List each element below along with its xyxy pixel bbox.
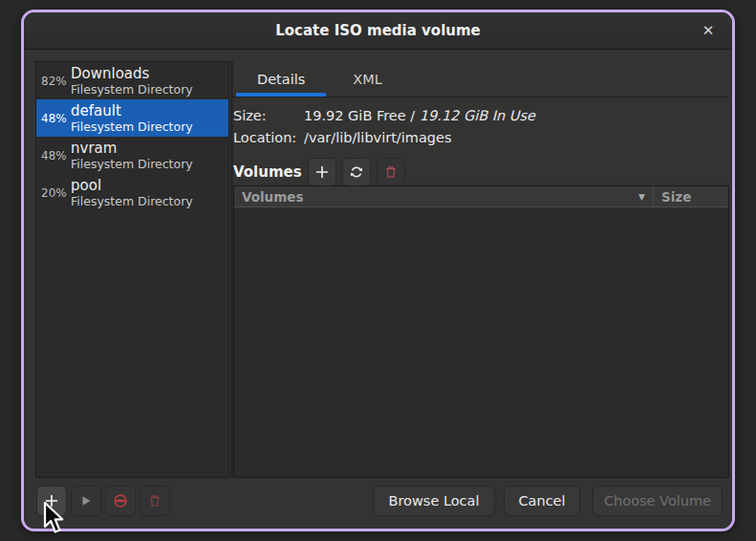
pool-meta: pool Filesystem Directory xyxy=(71,177,193,208)
volumes-table-body xyxy=(234,207,728,477)
dialog-content: 82% Downloads Filesystem Directory 48% d… xyxy=(24,51,732,529)
pool-meta: Downloads Filesystem Directory xyxy=(71,65,193,97)
choose-volume-button[interactable]: Choose Volume xyxy=(593,486,723,516)
plus-icon xyxy=(314,164,330,180)
pool-name: pool xyxy=(71,177,193,194)
volumes-section-label: Volumes xyxy=(233,163,308,181)
pool-details-pane: Details XML Size: 19.92 GiB Free / 19.12… xyxy=(233,61,729,478)
pool-meta: nvram Filesystem Directory xyxy=(71,140,193,171)
titlebar[interactable]: Locate ISO media volume ✕ xyxy=(24,12,732,50)
stop-pool-button[interactable] xyxy=(105,486,136,516)
refresh-volumes-button[interactable] xyxy=(342,158,371,186)
size-in-use-value: 19.12 GiB In Use xyxy=(420,105,535,127)
storage-pool-list: 82% Downloads Filesystem Directory 48% d… xyxy=(35,61,229,478)
play-icon xyxy=(79,494,93,508)
dialog-title: Locate ISO media volume xyxy=(275,22,481,39)
pool-type: Filesystem Directory xyxy=(71,194,193,208)
delete-pool-button[interactable] xyxy=(140,486,170,516)
volumes-toolbar: Volumes xyxy=(233,158,729,186)
trash-icon xyxy=(147,493,162,509)
pool-type: Filesystem Directory xyxy=(71,82,193,97)
stop-circle-icon xyxy=(113,493,128,509)
close-button[interactable]: ✕ xyxy=(697,19,720,42)
pool-usage-percent: 48% xyxy=(41,112,71,125)
column-header-volumes[interactable]: Volumes ▼ xyxy=(234,186,654,206)
size-column-label: Size xyxy=(661,189,691,205)
column-header-size[interactable]: Size xyxy=(654,186,728,206)
tabstrip: Details XML xyxy=(233,61,729,97)
size-label: Size: xyxy=(233,105,304,127)
tab-xml-label: XML xyxy=(353,72,382,87)
trash-icon xyxy=(383,164,399,180)
tab-details-label: Details xyxy=(257,72,305,87)
pool-row-default[interactable]: 48% default Filesystem Directory xyxy=(36,99,228,137)
cancel-button[interactable]: Cancel xyxy=(504,486,580,516)
desktop-background: { "window": { "title": "Locate ISO media… xyxy=(0,0,756,541)
pool-type: Filesystem Directory xyxy=(71,157,193,171)
cancel-label: Cancel xyxy=(518,493,565,509)
location-value: /var/lib/libvirt/images xyxy=(304,127,451,149)
refresh-icon xyxy=(349,164,364,180)
size-row: Size: 19.92 GiB Free / 19.12 GiB In Use xyxy=(233,105,729,127)
size-free-value: 19.92 GiB Free / xyxy=(304,105,420,127)
pool-usage-percent: 20% xyxy=(41,186,71,200)
pool-meta: default Filesystem Directory xyxy=(71,102,193,134)
delete-volume-button[interactable] xyxy=(377,158,405,186)
pool-row-nvram[interactable]: 48% nvram Filesystem Directory xyxy=(36,137,228,174)
pool-name: Downloads xyxy=(71,65,193,82)
locate-iso-dialog: Locate ISO media volume ✕ 82% Downloads … xyxy=(21,10,735,531)
pool-name: default xyxy=(71,102,193,119)
location-row: Location: /var/lib/libvirt/images xyxy=(233,127,729,149)
pool-usage-percent: 48% xyxy=(41,149,71,162)
location-label: Location: xyxy=(233,127,304,149)
tab-xml[interactable]: XML xyxy=(329,61,406,97)
detail-rows: Size: 19.92 GiB Free / 19.12 GiB In Use … xyxy=(233,105,729,149)
volumes-table-header: Volumes ▼ Size xyxy=(234,186,728,207)
volumes-column-label: Volumes xyxy=(242,189,303,205)
pool-type: Filesystem Directory xyxy=(71,119,193,134)
pool-row-downloads[interactable]: 82% Downloads Filesystem Directory xyxy=(36,62,228,99)
pool-name: nvram xyxy=(71,140,193,157)
pool-usage-percent: 82% xyxy=(41,75,71,88)
sort-descending-icon: ▼ xyxy=(638,192,645,202)
browse-local-label: Browse Local xyxy=(389,493,480,509)
choose-volume-label: Choose Volume xyxy=(604,493,711,509)
plus-icon xyxy=(44,493,59,509)
start-pool-button[interactable] xyxy=(71,486,101,516)
tab-details[interactable]: Details xyxy=(233,61,329,97)
close-icon: ✕ xyxy=(702,22,715,39)
add-volume-button[interactable] xyxy=(308,158,336,186)
browse-local-button[interactable]: Browse Local xyxy=(373,486,495,516)
volumes-table: Volumes ▼ Size xyxy=(233,185,729,478)
pool-row-pool[interactable]: 20% pool Filesystem Directory xyxy=(36,174,228,211)
add-pool-button[interactable] xyxy=(36,486,67,516)
